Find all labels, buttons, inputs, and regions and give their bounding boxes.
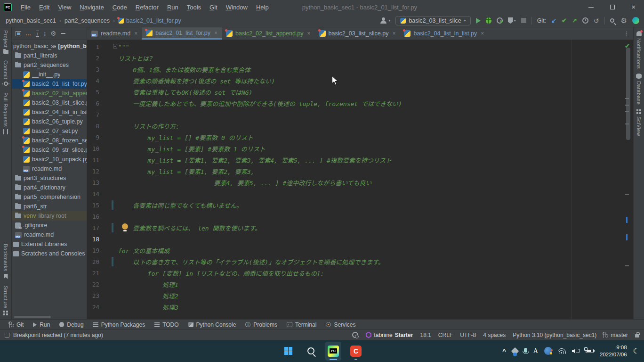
tabs-more-button[interactable]: ⋮ — [620, 27, 633, 40]
code-line[interactable]: 7 — [87, 109, 633, 120]
tab-basic2-04-list-in-list[interactable]: basic2_04_list_in_list.py × — [400, 27, 488, 40]
code-line[interactable]: 20 以下の書き方で、リスト等の「イテラブル(後述)」なオブジェクトを順番に処理… — [87, 256, 633, 267]
tree-item-basic2-06-tuple[interactable]: basic2_06_tuple.py — [12, 117, 87, 126]
tree-item-basic2-02-list-append[interactable]: basic2_02_list_append.py — [12, 89, 87, 98]
tree-item-part4-dictionary[interactable]: part4_dictionary — [12, 183, 87, 192]
stripe-mark[interactable] — [625, 265, 629, 266]
tool-button-project[interactable]: Project — [3, 30, 8, 54]
tree-item-part2-sequences[interactable]: part2_sequences — [12, 60, 87, 70]
code-line[interactable]: 9 my_list = [] #要素数 0 のリスト — [87, 132, 633, 143]
stripe-mark[interactable] — [625, 105, 629, 106]
stop-button[interactable] — [521, 18, 526, 23]
code-line[interactable]: 4 要素の順番情報を持つ(後述の set 等は持たない) — [87, 75, 633, 86]
tray-overflow-button[interactable]: ^ — [502, 347, 506, 354]
stripe-mark-caret[interactable] — [626, 234, 628, 240]
tree-item-part5-comprehension[interactable]: part5_comprehension — [12, 192, 87, 202]
debug-button[interactable] — [486, 17, 491, 24]
tool-button-git[interactable]: Git — [9, 321, 24, 328]
menu-code[interactable]: Code — [108, 2, 131, 12]
tool-button-todo[interactable]: TODO — [154, 321, 178, 328]
code-line[interactable]: 16 — [87, 211, 633, 222]
taskbar-search-button[interactable] — [303, 342, 319, 361]
profiler-button[interactable] — [497, 17, 503, 24]
close-icon[interactable]: × — [392, 30, 395, 37]
menu-git[interactable]: Git — [205, 2, 222, 12]
minimize-button[interactable] — [580, 0, 602, 14]
close-icon[interactable]: × — [307, 30, 311, 37]
stripe-mark-caret[interactable] — [626, 217, 628, 223]
tree-item-readme-part2[interactable]: readme.md — [12, 164, 87, 173]
tree-item-external-libraries[interactable]: External Libraries — [12, 239, 87, 249]
history-button[interactable] — [582, 17, 588, 24]
tool-button-database[interactable]: Database — [636, 74, 642, 105]
stripe-mark[interactable] — [625, 98, 629, 99]
tab-basic2-03-list-slice[interactable]: basic2_03_list_slice.py × — [315, 27, 400, 40]
tree-item-gitignore[interactable]: .gitignore — [12, 221, 87, 230]
scrollbar-thumb[interactable] — [626, 48, 630, 140]
code-line[interactable]: 2リストとは？ — [87, 52, 633, 64]
code-line[interactable]: 23 処理2 — [87, 290, 633, 301]
plugin-icon[interactable] — [632, 17, 639, 24]
menu-navigate[interactable]: Navigate — [75, 2, 108, 12]
breadcrumb-project[interactable]: python_basic_sec1 — [6, 17, 56, 24]
settings-button[interactable]: ⚙ — [621, 17, 627, 24]
tool-button-bookmarks[interactable]: Bookmarks — [3, 244, 8, 279]
code-line[interactable]: 21 for [変数] in [リストなどの、順番に値を取り出せるもの]: — [87, 267, 633, 279]
editor-scrollbar[interactable]: ✔ — [623, 40, 633, 319]
code-line[interactable]: 19for 文の基本構成 — [87, 245, 633, 256]
code-line[interactable]: 15 各要素は同じ型でなくても構いません。 — [87, 199, 633, 211]
code-line[interactable]: 3 0個、1個、または複数の要素を含む集合体 — [87, 64, 633, 75]
code-line[interactable]: 8 リストの作り方: — [87, 120, 633, 132]
tree-item-root[interactable]: python_basic_sec1 [python_b — [12, 41, 87, 51]
profile-button[interactable]: ▾ — [380, 17, 390, 24]
code-line-current[interactable]: 18 — [87, 233, 633, 245]
menu-view[interactable]: View — [54, 2, 75, 12]
taskbar-camtasia-button[interactable]: C — [348, 342, 364, 361]
tool-button-problems[interactable]: !Problems — [245, 321, 277, 328]
tree-item-part6-str[interactable]: part6_str — [12, 202, 87, 211]
more-icon[interactable]: … — [25, 30, 32, 37]
code-line[interactable]: 13 要素4, 要素5, ... ] #途中改行しながら書いても良い — [87, 177, 633, 188]
start-button[interactable] — [280, 342, 296, 361]
tree-item-basic2-10-unpack[interactable]: basic2_10_unpack.py — [12, 155, 87, 164]
menu-file[interactable]: File — [16, 2, 35, 12]
breadcrumb-package[interactable]: part2_sequences — [64, 17, 110, 24]
tabnine-widget[interactable]: tabnine Starter — [365, 332, 413, 338]
code-line[interactable]: 11 my_list = [要素1, 要素2, 要素3, 要素4, 要素5, .… — [87, 154, 633, 165]
tool-button-python-console[interactable]: Python Console — [188, 321, 236, 328]
indent-style[interactable]: 4 spaces — [483, 332, 506, 338]
close-button[interactable]: × — [623, 0, 644, 14]
stripe-mark[interactable] — [625, 111, 629, 112]
tool-button-run[interactable]: Run — [33, 321, 50, 328]
git-commit-button[interactable]: ✔ — [562, 17, 567, 24]
menu-refactor[interactable]: Refactor — [131, 2, 163, 12]
microphone-icon[interactable] — [524, 348, 527, 353]
code-line[interactable]: 6 一度定義したあとでも、要素の追加や削除ができる(後述の tuple, fro… — [87, 98, 633, 109]
expand-all-button[interactable]: ↕ — [36, 31, 39, 37]
tree-item-basic2-09-str-slice[interactable]: basic2_09_str_slice.py — [12, 145, 87, 155]
tool-button-sciview[interactable]: SciView — [636, 109, 642, 136]
horizontal-scrollbar[interactable] — [14, 316, 51, 318]
tree-item-basic2-08-frozen-set[interactable]: basic2_08_frozen_set.py — [12, 136, 87, 145]
code-line[interactable]: 22 処理1 — [87, 279, 633, 290]
close-icon[interactable]: × — [134, 30, 137, 37]
code-line[interactable]: 17 要素数を調べるには、 len 関数を使います。 — [87, 222, 633, 233]
code-line[interactable]: 14 — [87, 188, 633, 199]
tree-item-readme-root[interactable]: readme.md — [12, 230, 87, 239]
search-everywhere-button[interactable] — [610, 18, 614, 23]
editor[interactable]: 1""" 2リストとは？ 3 0個、1個、または複数の要素を含む集合体 4 要素… — [87, 40, 633, 319]
tool-button-python-packages[interactable]: Python Packages — [93, 321, 145, 328]
stripe-mark[interactable] — [625, 194, 629, 195]
wifi-icon[interactable] — [558, 348, 566, 354]
clock-widget[interactable]: 9:08 2022/07/06 — [600, 344, 627, 358]
menu-edit[interactable]: Edit — [35, 2, 54, 12]
gear-icon[interactable]: ⚙ — [50, 30, 56, 37]
tree-item-basic2-04-list-in-list[interactable]: basic2_04_list_in_list.py — [12, 107, 87, 117]
hide-panel-button[interactable] — [61, 33, 65, 34]
coverage-button[interactable]: ▾ — [508, 17, 516, 24]
battery-icon[interactable] — [586, 349, 594, 353]
tool-button-terminal[interactable]: >_Terminal — [287, 321, 316, 328]
tree-item-init-py[interactable]: __init__.py — [12, 70, 87, 79]
tool-button-debug[interactable]: Debug — [59, 321, 83, 328]
volume-icon[interactable] — [572, 348, 580, 354]
